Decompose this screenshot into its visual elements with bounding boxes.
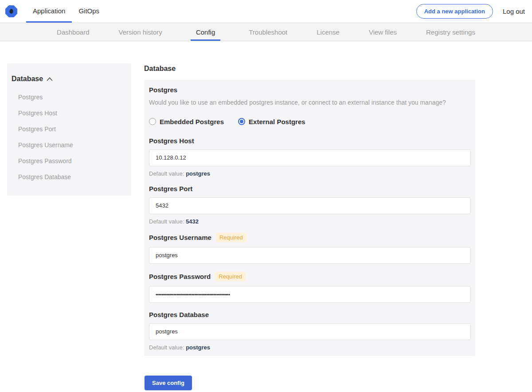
postgres-database-input[interactable] — [149, 323, 471, 340]
config-main: Database Postgres Would you like to use … — [144, 63, 475, 392]
config-group-box: Postgres Would you like to use an embedd… — [144, 80, 475, 356]
chevron-up-icon — [47, 77, 53, 81]
postgres-port-label: Postgres Port — [149, 185, 192, 192]
required-badge: Required — [215, 272, 246, 281]
app-header: Application GitOps Add a new application… — [0, 0, 532, 23]
default-prefix: Default value: — [149, 344, 184, 351]
tab-application-label: Application — [33, 7, 65, 15]
postgres-type-radio-group: Embedded Postgres External Postgres — [149, 118, 470, 125]
subnav-troubleshoot-label: Troubleshoot — [249, 28, 287, 36]
postgres-host-default: Default value: postgres — [149, 170, 470, 177]
sidebar-group-database-label: Database — [12, 75, 43, 83]
postgres-password-label: Postgres Password — [149, 273, 211, 280]
field-postgres-port: Postgres Port Default value: 5432 — [149, 185, 470, 225]
postgres-username-input[interactable] — [149, 247, 471, 264]
external-postgres-radio-label: External Postgres — [249, 118, 305, 125]
sidebar-item-postgres-database[interactable]: Postgres Database — [12, 169, 127, 185]
default-prefix: Default value: — [149, 218, 184, 225]
default-value: 5432 — [186, 218, 199, 225]
sidebar-item-postgres-host[interactable]: Postgres Host — [12, 105, 127, 121]
subnav-troubleshoot[interactable]: Troubleshoot — [248, 23, 288, 41]
sidebar-item-postgres[interactable]: Postgres — [12, 89, 127, 105]
postgres-port-input[interactable] — [149, 197, 471, 214]
header-tabs: Application GitOps — [26, 0, 106, 23]
subnav-config-label: Config — [196, 28, 215, 36]
subnav-version-history-label: Version history — [118, 28, 162, 36]
postgres-database-label: Postgres Database — [149, 311, 209, 318]
embedded-postgres-radio[interactable]: Embedded Postgres — [149, 118, 224, 125]
config-group-label: Postgres — [149, 86, 470, 94]
sidebar-item-postgres-port[interactable]: Postgres Port — [12, 121, 127, 137]
external-postgres-radio[interactable]: External Postgres — [238, 118, 305, 125]
field-postgres-host: Postgres Host Default value: postgres — [149, 137, 470, 177]
sidebar-group-database[interactable]: Database — [12, 75, 127, 83]
radio-checked-icon — [238, 118, 245, 125]
subnav-version-history[interactable]: Version history — [117, 23, 163, 41]
subnav-view-files[interactable]: View files — [368, 23, 398, 41]
config-group-help-text: Would you like to use an embedded postgr… — [149, 98, 470, 107]
app-logo-icon — [5, 5, 17, 17]
default-prefix: Default value: — [149, 170, 184, 177]
config-sidebar: Database Postgres Postgres Host Postgres… — [7, 63, 131, 196]
save-config-button[interactable]: Save config — [145, 376, 192, 390]
postgres-username-label: Postgres Username — [149, 234, 211, 241]
subnav-registry-settings-label: Registry settings — [426, 28, 475, 36]
subnav-config[interactable]: Config — [191, 23, 220, 41]
default-value: postgres — [186, 344, 210, 351]
subnav-license[interactable]: License — [316, 23, 340, 41]
add-new-application-button[interactable]: Add a new application — [416, 4, 493, 19]
postgres-password-input[interactable] — [149, 286, 471, 303]
subnav-license-label: License — [317, 28, 340, 36]
subnav-view-files-label: View files — [369, 28, 397, 36]
default-value: postgres — [186, 170, 210, 177]
logout-button[interactable]: Log out — [503, 8, 525, 15]
subnav-registry-settings[interactable]: Registry settings — [425, 23, 476, 41]
tab-gitops[interactable]: GitOps — [72, 0, 106, 23]
postgres-host-input[interactable] — [149, 149, 471, 166]
page-title: Database — [144, 65, 475, 73]
postgres-database-default: Default value: postgres — [149, 344, 470, 351]
app-logo[interactable] — [5, 0, 17, 23]
tab-gitops-label: GitOps — [78, 7, 99, 15]
sidebar-item-postgres-password[interactable]: Postgres Password — [12, 153, 127, 169]
field-postgres-password: Postgres Password Required — [149, 272, 470, 303]
subnav-dashboard[interactable]: Dashboard — [56, 23, 90, 41]
field-postgres-username: Postgres Username Required — [149, 233, 470, 264]
radio-unchecked-icon — [149, 118, 156, 125]
postgres-host-label: Postgres Host — [149, 137, 194, 145]
app-subnav: Dashboard Version history Config Trouble… — [0, 23, 532, 41]
sidebar-item-postgres-username[interactable]: Postgres Username — [12, 137, 127, 153]
tab-application[interactable]: Application — [26, 0, 72, 23]
embedded-postgres-radio-label: Embedded Postgres — [160, 118, 224, 125]
subnav-dashboard-label: Dashboard — [57, 28, 89, 36]
postgres-port-default: Default value: 5432 — [149, 218, 470, 225]
field-postgres-database: Postgres Database Default value: postgre… — [149, 311, 470, 351]
header-right: Add a new application Log out — [416, 0, 532, 23]
required-badge: Required — [216, 233, 246, 242]
config-page: Database Postgres Postgres Host Postgres… — [0, 41, 532, 392]
